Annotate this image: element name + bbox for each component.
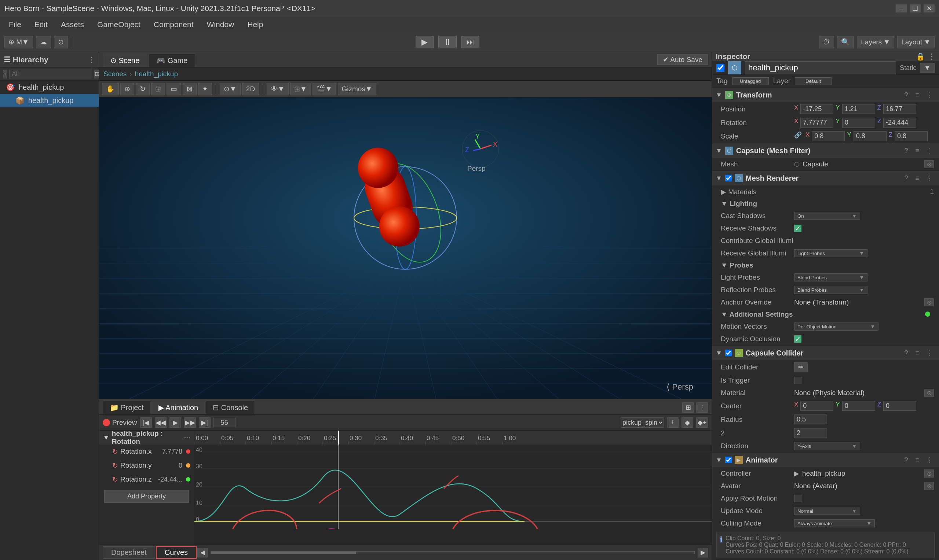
scene-effects[interactable]: 🎬▼ bbox=[313, 83, 336, 95]
animator-enabled[interactable] bbox=[725, 457, 732, 463]
menu-file[interactable]: File bbox=[3, 19, 27, 31]
tab-game[interactable]: 🎮 Game bbox=[148, 54, 195, 67]
menu-assets[interactable]: Assets bbox=[55, 19, 90, 31]
breadcrumb-scenes[interactable]: Scenes bbox=[103, 70, 126, 78]
track-group-options[interactable]: ⋯ bbox=[184, 434, 190, 442]
anim-keyframe-btn[interactable]: ◆ bbox=[682, 417, 693, 428]
mesh-renderer-header[interactable]: ▼ ⬡ Mesh Renderer ? ≡ ⋮ bbox=[712, 171, 939, 185]
timeline-scroll-right[interactable]: ▶ bbox=[698, 548, 708, 557]
anim-add-event[interactable]: ◆+ bbox=[696, 417, 708, 428]
hierarchy-search[interactable] bbox=[9, 70, 92, 78]
edit-collider-btn[interactable]: ✏ bbox=[794, 362, 808, 372]
anim-play[interactable]: ▶ bbox=[170, 417, 181, 428]
anim-last-frame[interactable]: ▶| bbox=[199, 417, 211, 428]
pause-button[interactable]: ⏸ bbox=[438, 36, 456, 48]
layers-dropdown[interactable]: Layers ▼ bbox=[857, 36, 894, 48]
gizmos-toggle[interactable]: Gizmos▼ bbox=[338, 83, 376, 95]
collider-material-btn[interactable]: ⊙ bbox=[924, 389, 934, 397]
scene-viewport[interactable]: ⟨ Persp X Y Z Persp bbox=[99, 97, 712, 399]
clip-selector[interactable]: pickup_spin bbox=[621, 417, 664, 428]
anim-next-keyframe[interactable]: ▶▶ bbox=[184, 417, 196, 428]
hierarchy-add-btn[interactable]: + bbox=[3, 70, 7, 78]
cast-shadows-dropdown[interactable]: On bbox=[794, 212, 860, 220]
mesh-filter-header[interactable]: ▼ ⬡ Capsule (Mesh Filter) ? ≡ ⋮ bbox=[712, 143, 939, 158]
anim-prev-keyframe[interactable]: ◀◀ bbox=[155, 417, 167, 428]
mesh-renderer-help[interactable]: ? bbox=[902, 174, 910, 183]
tab-project[interactable]: 📁 Project bbox=[103, 401, 151, 414]
menu-edit[interactable]: Edit bbox=[29, 19, 54, 31]
mesh-select-btn[interactable]: ⊙ bbox=[924, 160, 934, 168]
pos-y[interactable] bbox=[842, 104, 875, 114]
capsule-collider-menu[interactable]: ⋮ bbox=[924, 348, 935, 358]
controller-select-btn[interactable]: ⊙ bbox=[924, 469, 934, 477]
toolbar-account-btn[interactable]: ⊙ bbox=[54, 36, 68, 48]
transform-header[interactable]: ▼ ⊕ Transform ? ≡ ⋮ bbox=[712, 88, 939, 102]
auto-save-toggle[interactable]: ✔ Auto Save bbox=[657, 54, 708, 65]
animator-settings[interactable]: ≡ bbox=[913, 455, 921, 465]
capsule-collider-settings[interactable]: ≡ bbox=[913, 349, 921, 358]
minimize-button[interactable]: – bbox=[896, 5, 907, 12]
toolbar-transform-btn[interactable]: ⊕ M▼ bbox=[5, 36, 33, 48]
add-property-button[interactable]: Add Property bbox=[104, 490, 189, 503]
hand-tool[interactable]: ✋ bbox=[102, 83, 119, 95]
transform-help[interactable]: ? bbox=[902, 91, 910, 100]
receive-shadows-check[interactable]: ✓ bbox=[794, 225, 802, 232]
inspector-lock[interactable]: 🔒 bbox=[916, 52, 925, 61]
tab-scene[interactable]: ⊙ Scene bbox=[103, 54, 147, 67]
mesh-filter-menu[interactable]: ⋮ bbox=[924, 146, 935, 155]
center-z[interactable] bbox=[883, 401, 916, 411]
timeline-scrollbar[interactable] bbox=[211, 551, 695, 554]
view-options[interactable]: 👁▼ bbox=[267, 83, 289, 95]
culling-mode-dropdown[interactable]: Always Animate bbox=[794, 519, 875, 528]
animator-header[interactable]: ▼ ▶ Animator ? ≡ ⋮ bbox=[712, 452, 939, 467]
dopesheet-tab[interactable]: Dopesheet bbox=[103, 546, 155, 558]
track-group-health-pickup[interactable]: ▼ health_pickup : Rotation ⋯ bbox=[99, 431, 194, 445]
mesh-renderer-settings[interactable]: ≡ bbox=[913, 174, 921, 183]
menu-help[interactable]: Help bbox=[241, 19, 269, 31]
hierarchy-item-health-pickup-child[interactable]: 📦 health_pickup bbox=[0, 94, 99, 107]
capsule-collider-help[interactable]: ? bbox=[902, 349, 910, 358]
tab-console[interactable]: ⊟ Console bbox=[206, 401, 255, 414]
obj-active-checkbox[interactable] bbox=[716, 64, 725, 72]
layer-dropdown[interactable]: Default bbox=[795, 77, 831, 85]
move-tool[interactable]: ⊕ bbox=[120, 83, 134, 95]
step-button[interactable]: ⏭ bbox=[461, 36, 480, 48]
is-trigger-check[interactable] bbox=[794, 377, 802, 384]
frame-number-input[interactable] bbox=[213, 418, 236, 427]
apply-root-motion-check[interactable] bbox=[794, 495, 802, 502]
scale-y[interactable] bbox=[854, 131, 887, 141]
center-y[interactable] bbox=[842, 401, 875, 411]
mesh-filter-help[interactable]: ? bbox=[902, 146, 910, 155]
anim-panel-expand[interactable]: ⊞ bbox=[682, 402, 694, 413]
rot-x[interactable] bbox=[800, 118, 833, 128]
scale-z[interactable] bbox=[894, 131, 928, 141]
animator-menu[interactable]: ⋮ bbox=[924, 455, 935, 465]
toolbar-cloud-btn[interactable]: ☁ bbox=[36, 36, 51, 48]
rotate-tool[interactable]: ↻ bbox=[136, 83, 150, 95]
update-mode-dropdown[interactable]: Normal bbox=[794, 507, 860, 515]
play-button[interactable]: ▶ bbox=[416, 36, 434, 48]
mesh-renderer-menu[interactable]: ⋮ bbox=[924, 173, 935, 183]
global-toggle[interactable]: 2D bbox=[242, 83, 259, 95]
obj-name-input[interactable] bbox=[745, 61, 896, 74]
pivot-toggle[interactable]: ⊙▼ bbox=[220, 83, 241, 95]
timeline-scroll-left[interactable]: ◀ bbox=[197, 548, 208, 557]
height-input[interactable] bbox=[794, 428, 827, 438]
scale-lock-icon[interactable]: 🔗 bbox=[794, 131, 802, 141]
motion-vectors-dropdown[interactable]: Per Object Motion bbox=[794, 323, 879, 331]
menu-gameobject[interactable]: GameObject bbox=[91, 19, 146, 31]
shading-mode[interactable]: ⊞▼ bbox=[290, 83, 311, 95]
collab-btn[interactable]: ⏱ bbox=[819, 36, 834, 48]
capsule-collider-header[interactable]: ▼ ⬭ Capsule Collider ? ≡ ⋮ bbox=[712, 346, 939, 360]
mesh-renderer-enabled[interactable] bbox=[725, 175, 732, 182]
scale-tool[interactable]: ⊞ bbox=[151, 83, 165, 95]
dynamic-occlusion-check[interactable]: ✓ bbox=[794, 335, 802, 343]
track-rotation-y[interactable]: ↻ Rotation.y 0 bbox=[99, 458, 194, 472]
menu-component[interactable]: Component bbox=[148, 19, 199, 31]
receive-gi-dropdown[interactable]: Light Probes bbox=[794, 249, 868, 257]
track-rotation-z[interactable]: ↻ Rotation.z -24.44... bbox=[99, 472, 194, 486]
transform-tool[interactable]: ⊠ bbox=[183, 83, 197, 95]
search-btn[interactable]: 🔍 bbox=[837, 36, 854, 48]
direction-dropdown[interactable]: Y-Axis bbox=[794, 442, 860, 450]
center-x[interactable] bbox=[800, 401, 833, 411]
